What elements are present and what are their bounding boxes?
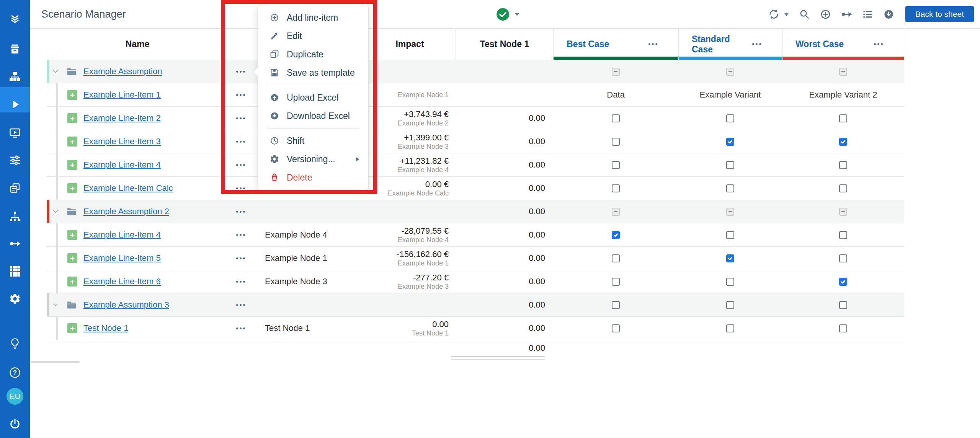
chevron-down-icon[interactable] [51,301,60,309]
sidebar-item-bulb[interactable] [0,332,30,354]
line-item-link[interactable]: Example Line-Item 4 [83,160,161,170]
menu-item-duplicate[interactable]: Duplicate [258,45,368,64]
menu-item-versioning[interactable]: Versioning... [258,150,368,168]
line-item-link[interactable]: Example Line-Item 5 [83,253,161,263]
menu-item-delete[interactable]: Delete [258,168,368,187]
scenario-checkbox-checked[interactable] [726,138,734,146]
sidebar-item-sliders[interactable] [0,150,30,171]
scenario-checkbox-unchecked[interactable] [612,324,620,332]
sidebar-item-grid[interactable] [0,261,30,282]
chevron-down-icon[interactable] [51,207,60,216]
scenario-checkbox-unchecked[interactable] [612,138,620,146]
row-menu-dots[interactable] [235,276,246,287]
row-menu-dots[interactable] [235,136,246,147]
sidebar-item-pages[interactable] [0,177,30,199]
scenario-checkbox-unchecked[interactable] [612,301,620,309]
scenario-menu-dots[interactable] [647,39,658,50]
scenario-checkbox-checked[interactable] [839,138,847,146]
scenario-checkbox-unchecked[interactable] [839,254,847,262]
scenario-checkbox-unchecked[interactable] [726,114,734,122]
scenario-menu-dots[interactable] [873,39,884,50]
scenario-checkbox-unchecked[interactable] [612,114,620,122]
row-menu-dots[interactable] [235,183,246,194]
row-menu-dots[interactable] [235,160,246,171]
row-menu-dots[interactable] [235,300,246,311]
sidebar-item-org-chart[interactable] [0,66,30,87]
sidebar-item-layers-logo[interactable] [0,8,30,30]
sidebar-item-flow-arrow[interactable] [0,233,30,254]
chevron-down-icon[interactable] [51,67,60,76]
menu-item-shift[interactable]: Shift [258,132,368,150]
row-menu-dots[interactable] [235,66,246,77]
scenario-checkbox-checked[interactable] [612,231,620,239]
scenario-label[interactable]: Best Case [567,39,609,49]
line-item-link[interactable]: Example Line-Item Calc [83,183,173,193]
row-menu-dots[interactable] [235,253,246,264]
line-item-link[interactable]: Example Line-Item 6 [83,277,161,287]
scenario-checkbox-unchecked[interactable] [612,278,620,286]
scenario-checkbox-indeterminate[interactable] [612,68,620,76]
download-circle-icon[interactable] [883,8,895,20]
sidebar-item-play[interactable] [0,94,30,115]
line-item-link[interactable]: Example Line-Item 4 [83,230,161,240]
line-item-link[interactable]: Test Node 1 [83,323,128,333]
row-menu-dots[interactable] [235,113,246,124]
row-menu-dots[interactable] [235,206,246,217]
menu-item-save-as-template[interactable]: Save as template [258,64,368,82]
menu-item-add-line-item[interactable]: Add line-item [258,8,368,27]
menu-item-upload-excel[interactable]: Upload Excel [258,88,368,107]
row-menu-dots[interactable] [235,323,246,334]
sidebar-item-help[interactable]: ? [0,362,30,383]
menu-item-edit[interactable]: Edit [258,27,368,45]
scenario-label[interactable]: Worst Case [795,39,844,49]
scenario-checkbox-unchecked[interactable] [726,324,734,332]
line-item-link[interactable]: Example Line-Item 1 [83,90,161,100]
line-item-link[interactable]: Example Line-Item 3 [83,137,161,147]
scenario-checkbox-indeterminate[interactable] [612,208,620,216]
scenario-checkbox-indeterminate[interactable] [726,208,734,216]
scenario-checkbox-unchecked[interactable] [726,278,734,286]
scenario-checkbox-unchecked[interactable] [839,184,847,192]
scenario-checkbox-unchecked[interactable] [839,301,847,309]
menu-item-download-excel[interactable]: Download Excel [258,107,368,125]
scenario-checkbox-unchecked[interactable] [839,324,847,332]
scenario-checkbox-checked[interactable] [839,278,847,286]
scenario-checkbox-unchecked[interactable] [839,114,847,122]
scenario-checkbox-unchecked[interactable] [726,161,734,169]
status-dropdown[interactable] [496,0,520,28]
scenario-checkbox-unchecked[interactable] [726,301,734,309]
scenario-menu-dots[interactable] [751,39,762,50]
flow-arrow-icon[interactable] [841,8,853,20]
sidebar-item-archive[interactable] [0,38,30,60]
line-item-link[interactable]: Example Line-Item 2 [83,113,161,123]
row-menu-dots[interactable] [235,90,246,101]
sidebar-item-nodes-tree[interactable] [0,206,30,227]
horizontal-scrollbar-thumb[interactable] [31,361,80,363]
assumption-link[interactable]: Example Assumption [83,67,162,77]
refresh-icon[interactable] [768,8,780,20]
scenario-checkbox-unchecked[interactable] [612,184,620,192]
assumption-link[interactable]: Example Assumption 3 [83,300,169,310]
assumption-link[interactable]: Example Assumption 2 [83,207,169,217]
search-icon[interactable] [799,8,810,20]
sidebar-item-video-play[interactable] [0,122,30,143]
scenario-checkbox-indeterminate[interactable] [839,208,847,216]
sidebar-item-power[interactable] [0,413,30,435]
scenario-checkbox-indeterminate[interactable] [726,68,734,76]
plus-circle-icon[interactable] [820,8,831,20]
back-to-sheet-button[interactable]: Back to sheet [905,6,974,22]
avatar[interactable]: EU [0,386,30,407]
scenario-checkbox-unchecked[interactable] [612,161,620,169]
sidebar-item-gear[interactable] [0,288,30,309]
scenario-checkbox-checked[interactable] [726,254,734,262]
caret-down-icon[interactable] [784,8,789,20]
scenario-checkbox-unchecked[interactable] [839,161,847,169]
scenario-label[interactable]: Standard Case [692,34,751,55]
list-icon[interactable] [862,8,874,20]
scenario-checkbox-indeterminate[interactable] [839,68,847,76]
scenario-checkbox-unchecked[interactable] [726,231,734,239]
scenario-checkbox-unchecked[interactable] [839,231,847,239]
row-menu-dots[interactable] [235,230,246,241]
scenario-checkbox-unchecked[interactable] [726,184,734,192]
scenario-checkbox-unchecked[interactable] [612,254,620,262]
